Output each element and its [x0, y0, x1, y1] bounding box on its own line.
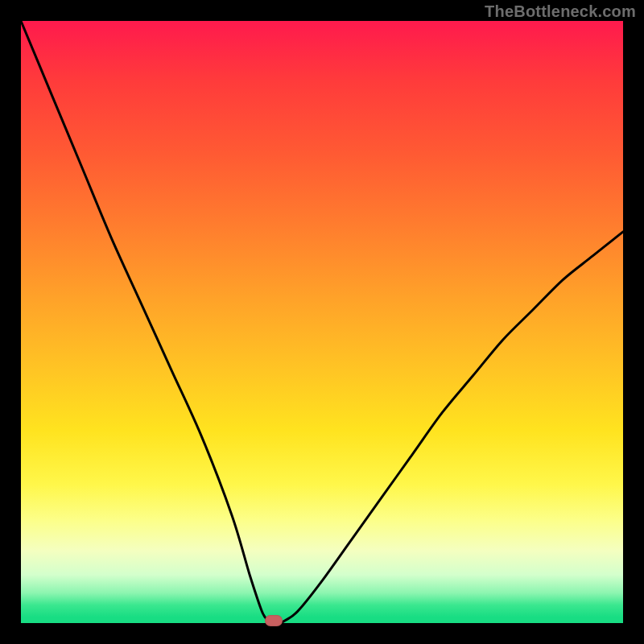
- bottleneck-curve: [21, 21, 623, 623]
- watermark-text: TheBottleneck.com: [485, 2, 636, 21]
- optimal-point-marker: [265, 615, 283, 626]
- chart-frame: TheBottleneck.com: [0, 0, 644, 644]
- plot-area: [21, 21, 623, 623]
